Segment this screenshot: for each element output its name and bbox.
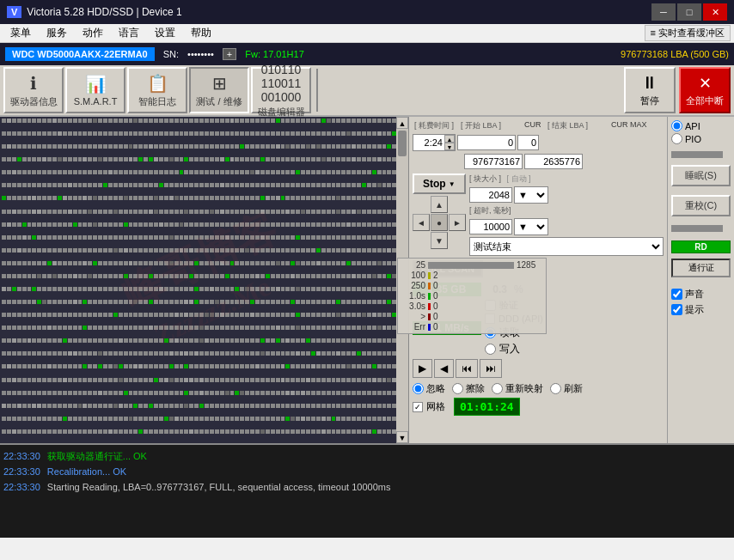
log-area: 22:33:30 获取驱动器通行证... OK 22:33:30 Recalib… (0, 443, 734, 538)
end-lba-row: 976773167 2635776 (464, 154, 664, 169)
all-stop-button[interactable]: ✕ 全部中断 (679, 67, 731, 113)
histogram-panel: 25 1285 100 2 250 0 1.0s 0 3.0s 0 > 0 Er… (397, 258, 547, 334)
log-text: Starting Reading, LBA=0..976773167, FULL… (47, 479, 391, 495)
time-up-arrow[interactable]: ▲ (444, 135, 455, 143)
pass-display: 通行证 (671, 259, 731, 277)
close-button[interactable]: ✕ (703, 3, 727, 21)
scan-area: 峰哥博客 Zzzzzz.Me ▲ ▼ (0, 117, 409, 443)
scroll-down-arrow[interactable]: ▼ (396, 431, 408, 443)
timeout-label: [ 超时, 毫秒] (469, 205, 664, 216)
start-lba-input[interactable]: 0 (457, 135, 516, 150)
transport-row: ▶ ◀ ⏮ ⏭ (413, 359, 664, 378)
stop-panel-label: Stop (423, 178, 446, 190)
menu-item-help[interactable]: 帮助 (184, 24, 218, 42)
menu-item-service[interactable]: 服务 (40, 24, 74, 42)
write-radio[interactable] (485, 344, 496, 355)
block-timeout-row: Stop ▼ ▲ ◄ ● ► ▼ (413, 173, 664, 256)
write-radio-row: 写入 (485, 342, 543, 356)
pause-button[interactable]: ⏸ 暂停 (624, 67, 676, 113)
refresh-label-row: 刷新 (550, 382, 583, 395)
pio-label: PIO (685, 134, 701, 144)
arrow-right[interactable]: ► (449, 214, 466, 231)
menu-item-language[interactable]: 语言 (112, 24, 146, 42)
play-button[interactable]: ▶ (413, 359, 432, 378)
stop-button-row: Stop ▼ (413, 173, 466, 194)
realtime-button[interactable]: ≡ 实时查看缓冲区 (645, 25, 731, 41)
hist-bar (428, 262, 514, 269)
arrow-center[interactable]: ● (431, 214, 448, 231)
tool-drv-info[interactable]: ℹ 驱动器信息 (3, 67, 64, 113)
minimize-button[interactable]: ─ (651, 3, 676, 21)
time-down-arrow[interactable]: ▼ (444, 143, 455, 150)
stop-icon: ✕ (699, 74, 712, 93)
histogram-item: 1.0s 0 (401, 291, 542, 301)
sn-plus-button[interactable]: + (223, 48, 236, 60)
menu-item-action[interactable]: 动作 (76, 24, 110, 42)
app-title: Victoria 5.28 HDD/SSD | Device 1 (27, 6, 181, 18)
stop-panel-button[interactable]: Stop ▼ (413, 173, 466, 194)
info-icon: ℹ (30, 73, 37, 94)
ignore-label-row: 忽略 (413, 382, 445, 395)
api-pio-group: API PIO (671, 120, 731, 144)
lba-info: 976773168 LBA (500 GB) (621, 49, 729, 59)
menu-item-settings[interactable]: 设置 (148, 24, 182, 42)
arrow-left[interactable]: ◄ (413, 214, 430, 231)
arrow-empty-tr (449, 196, 466, 213)
tool-test[interactable]: ⊞ 测试 / 维修 (189, 67, 249, 113)
api-radio-row: API (671, 120, 731, 131)
hex-icon: 010110110011001000 (261, 63, 302, 104)
block-size-select[interactable]: ▼ (514, 186, 548, 204)
sound-checkbox[interactable] (671, 289, 682, 300)
result-select[interactable]: 测试结束 (469, 237, 664, 256)
stop-dropdown-arrow: ▼ (449, 180, 456, 188)
device-bar: WDC WD5000AAKX-22ERMA0 SN: •••••••• + Fw… (0, 43, 734, 65)
log-entry: 22:33:30 获取驱动器通行证... OK (3, 448, 731, 464)
hist-count: 1285 (517, 260, 542, 270)
api-radio[interactable] (671, 120, 682, 131)
log-time: 22:33:30 (3, 479, 40, 495)
tool-drv-info-label: 驱动器信息 (10, 95, 58, 108)
erase-label: 擦除 (466, 382, 485, 395)
tool-smart[interactable]: 📊 S.M.A.R.T (65, 67, 125, 113)
timeout-select[interactable]: ▼ (514, 218, 548, 235)
ignore-label: 忽略 (426, 382, 445, 395)
all-stop-label: 全部中断 (686, 94, 724, 107)
hist-count: 0 (433, 301, 459, 311)
rewind-button[interactable]: ◀ (434, 359, 454, 378)
ignore-radio[interactable] (413, 383, 424, 394)
hist-count: 0 (433, 281, 459, 290)
sleep-button[interactable]: 睡眠(S) (671, 165, 731, 186)
skip-next-button[interactable]: ⏭ (480, 359, 502, 378)
log-icon: 📋 (147, 73, 168, 94)
tool-smart-log[interactable]: 📋 智能日志 (127, 67, 187, 113)
pio-radio[interactable] (671, 133, 682, 144)
grid-checkbox[interactable] (413, 402, 423, 412)
arrow-empty-bl (413, 232, 430, 249)
hint-checkbox[interactable] (671, 304, 682, 315)
recalibrate-button[interactable]: 重校(C) (671, 195, 731, 216)
arrow-down[interactable]: ▼ (431, 232, 448, 249)
elapsed-input[interactable]: 2:24 (413, 135, 444, 150)
skip-prev-button[interactable]: ⏮ (456, 359, 478, 378)
scroll-up-arrow[interactable]: ▲ (396, 117, 408, 129)
pass-label: 通行证 (688, 263, 714, 272)
block-size-row: 2048 ▼ (469, 186, 664, 204)
title-bar-left: V Victoria 5.28 HDD/SSD | Device 1 (7, 6, 182, 18)
time-spinner[interactable]: 2:24 ▲ ▼ (413, 134, 456, 151)
timeout-input[interactable]: 10000 (469, 219, 512, 234)
cur-input[interactable]: 0 (517, 135, 539, 150)
arrow-empty-tl (413, 196, 430, 213)
write-label: 写入 (499, 342, 520, 356)
end-lba-input[interactable]: 976773167 (464, 154, 523, 169)
maximize-button[interactable]: □ (677, 3, 701, 21)
refresh-radio[interactable] (550, 383, 561, 394)
remap-radio[interactable] (492, 383, 503, 394)
firmware-version: Fw: 17.01H17 (245, 49, 303, 59)
hist-bar (428, 324, 431, 331)
api-label: API (685, 121, 700, 131)
arrow-up[interactable]: ▲ (431, 196, 448, 213)
menu-item-main[interactable]: 菜单 (3, 24, 38, 42)
tool-hex[interactable]: 010110110011001000 磁盘编辑器 (251, 67, 311, 113)
block-size-input[interactable]: 2048 (469, 187, 512, 203)
erase-radio[interactable] (452, 383, 463, 394)
